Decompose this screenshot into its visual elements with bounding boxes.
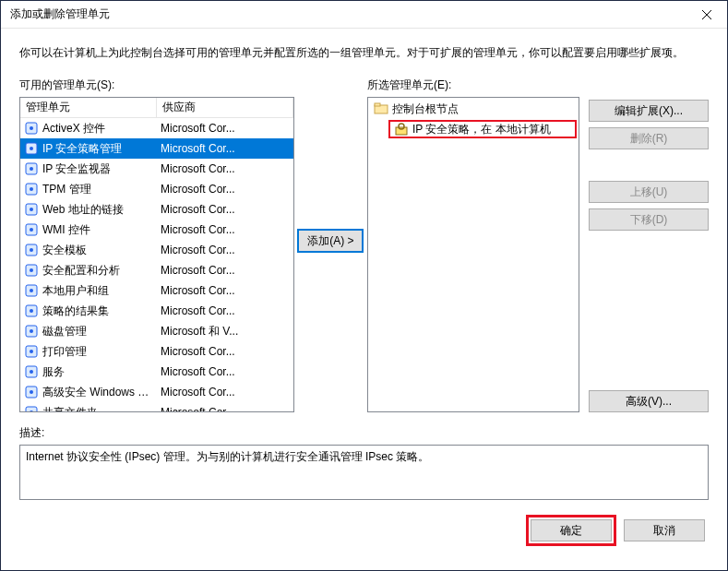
svg-rect-33 <box>375 103 380 106</box>
list-item[interactable]: 高级安全 Windows 防...Microsoft Cor... <box>20 382 293 402</box>
list-item-vendor: Microsoft Cor... <box>157 304 293 317</box>
svg-point-3 <box>30 126 33 130</box>
ok-highlight: 确定 <box>526 515 616 546</box>
list-item-name: 高级安全 Windows 防... <box>42 385 157 400</box>
titlebar: 添加或删除管理单元 <box>1 1 727 29</box>
available-list-header: 管理单元 供应商 <box>20 98 293 118</box>
list-item[interactable]: IP 安全监视器Microsoft Cor... <box>20 159 293 179</box>
spacer <box>589 155 709 175</box>
web-link-icon <box>24 202 39 217</box>
ipsec-policy-icon <box>24 141 39 156</box>
col-header-vendor[interactable]: 供应商 <box>157 97 293 118</box>
ipsec-monitor-icon <box>24 161 39 176</box>
selected-column: 所选管理单元(E): 控制台根节点 IP 安全策略，在 <box>367 77 579 412</box>
list-item-name: 打印管理 <box>42 344 157 360</box>
svg-point-9 <box>30 187 33 191</box>
svg-rect-30 <box>26 407 37 412</box>
dialog-window: 添加或删除管理单元 你可以在计算机上为此控制台选择可用的管理单元并配置所选的一组… <box>0 0 728 571</box>
dialog-content: 你可以在计算机上为此控制台选择可用的管理单元并配置所选的一组管理单元。对于可扩展… <box>1 29 727 570</box>
svg-point-5 <box>30 147 33 150</box>
list-item-name: 共享文件夹 <box>42 405 157 413</box>
list-item-vendor: Microsoft Cor... <box>157 122 293 135</box>
edit-extensions-button[interactable]: 编辑扩展(X)... <box>589 100 709 122</box>
svg-point-23 <box>30 329 33 333</box>
svg-point-29 <box>30 390 33 394</box>
list-item-name: 本地用户和组 <box>42 283 157 299</box>
services-icon <box>24 364 39 379</box>
spacer <box>589 236 709 385</box>
advanced-button[interactable]: 高级(V)... <box>589 390 709 412</box>
remove-button[interactable]: 删除(R) <box>589 127 709 149</box>
svg-point-21 <box>30 309 33 313</box>
list-item-vendor: Microsoft Cor... <box>157 406 293 412</box>
col-header-snapin[interactable]: 管理单元 <box>20 97 157 118</box>
list-item[interactable]: 共享文件夹Microsoft Cor... <box>20 402 293 412</box>
list-item[interactable]: 安全配置和分析Microsoft Cor... <box>20 260 293 280</box>
list-item-name: 安全模板 <box>42 243 157 258</box>
selected-tree[interactable]: 控制台根节点 IP 安全策略，在 本地计算机 <box>367 97 579 412</box>
svg-point-17 <box>30 268 33 272</box>
svg-point-27 <box>30 370 33 374</box>
list-item-name: 策略的结果集 <box>42 303 157 319</box>
list-item-vendor: Microsoft Cor... <box>157 244 293 256</box>
tree-root-label: 控制台根节点 <box>392 101 459 117</box>
list-item[interactable]: Web 地址的链接Microsoft Cor... <box>20 199 293 220</box>
list-item[interactable]: 磁盘管理Microsoft 和 V... <box>20 321 293 341</box>
disk-mgmt-icon <box>24 324 39 339</box>
spacer <box>589 77 709 94</box>
svg-point-15 <box>30 248 33 252</box>
rsop-icon <box>24 303 39 318</box>
description-text: Internet 协议安全性 (IPsec) 管理。为与别的计算机进行安全通讯管… <box>26 450 429 463</box>
sec-config-icon <box>24 263 39 278</box>
svg-point-19 <box>30 289 33 292</box>
available-label: 可用的管理单元(S): <box>19 77 294 93</box>
list-item[interactable]: WMI 控件Microsoft Cor... <box>20 220 293 240</box>
list-item[interactable]: 服务Microsoft Cor... <box>20 362 293 382</box>
ok-button[interactable]: 确定 <box>531 519 612 541</box>
available-listbox[interactable]: 管理单元 供应商 ActiveX 控件Microsoft Cor...IP 安全… <box>19 97 294 412</box>
move-up-button[interactable]: 上移(U) <box>589 181 709 203</box>
firewall-icon <box>24 385 39 399</box>
list-item[interactable]: IP 安全策略管理Microsoft Cor... <box>20 138 293 159</box>
move-down-button[interactable]: 下移(D) <box>589 208 709 231</box>
svg-point-25 <box>30 350 33 353</box>
svg-rect-34 <box>396 127 407 135</box>
list-item-name: TPM 管理 <box>42 182 157 197</box>
list-item-name: 安全配置和分析 <box>42 263 157 279</box>
list-item[interactable]: 策略的结果集Microsoft Cor... <box>20 301 293 321</box>
list-item-name: Web 地址的链接 <box>42 202 157 218</box>
svg-point-7 <box>30 167 33 171</box>
shared-folders-icon <box>24 405 39 412</box>
side-buttons-column: 编辑扩展(X)... 删除(R) 上移(U) 下移(D) 高级(V)... <box>589 77 709 412</box>
cancel-button[interactable]: 取消 <box>624 519 705 541</box>
list-item[interactable]: 安全模板Microsoft Cor... <box>20 240 293 260</box>
add-button[interactable]: 添加(A) > <box>297 229 364 253</box>
list-item-name: IP 安全策略管理 <box>42 141 157 157</box>
list-item[interactable]: ActiveX 控件Microsoft Cor... <box>20 118 293 138</box>
description-section: 描述: Internet 协议安全性 (IPsec) 管理。为与别的计算机进行安… <box>19 425 709 500</box>
list-item[interactable]: 本地用户和组Microsoft Cor... <box>20 280 293 301</box>
list-item-name: IP 安全监视器 <box>42 161 157 177</box>
list-item-name: 磁盘管理 <box>42 324 157 339</box>
tpm-icon <box>24 182 39 196</box>
dialog-footer: 确定 取消 <box>19 515 709 546</box>
description-box: Internet 协议安全性 (IPsec) 管理。为与别的计算机进行安全通讯管… <box>19 445 709 500</box>
list-item-name: 服务 <box>42 364 157 380</box>
tree-child-node[interactable]: IP 安全策略，在 本地计算机 <box>388 120 577 138</box>
svg-point-11 <box>30 208 33 211</box>
list-item-name: ActiveX 控件 <box>42 121 157 137</box>
list-item-vendor: Microsoft Cor... <box>157 264 293 277</box>
list-item[interactable]: TPM 管理Microsoft Cor... <box>20 179 293 199</box>
middle-column: 添加(A) > <box>294 77 367 253</box>
list-item[interactable]: 打印管理Microsoft Cor... <box>20 341 293 362</box>
list-item-vendor: Microsoft Cor... <box>157 284 293 297</box>
list-item-vendor: Microsoft Cor... <box>157 142 293 155</box>
available-column: 可用的管理单元(S): 管理单元 供应商 ActiveX 控件Microsoft… <box>19 77 294 412</box>
close-button[interactable] <box>686 1 727 29</box>
list-item-vendor: Microsoft 和 V... <box>157 324 293 339</box>
sec-template-icon <box>24 243 39 257</box>
intro-text: 你可以在计算机上为此控制台选择可用的管理单元并配置所选的一组管理单元。对于可扩展… <box>19 45 709 61</box>
list-item-vendor: Microsoft Cor... <box>157 203 293 216</box>
tree-root-node[interactable]: 控制台根节点 <box>370 100 577 118</box>
selected-label: 所选管理单元(E): <box>367 77 579 93</box>
